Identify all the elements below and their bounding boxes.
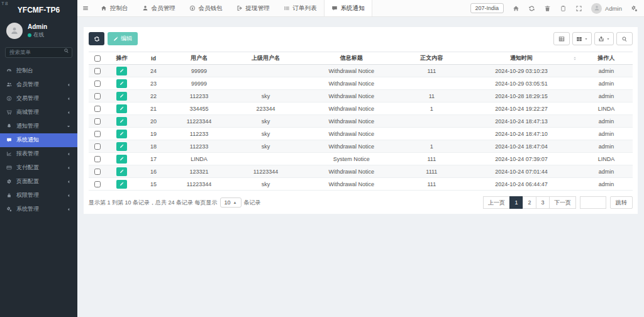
cell-id: 21 (138, 103, 169, 115)
column-header-Id[interactable]: Id (138, 52, 169, 65)
export-button[interactable] (594, 32, 614, 45)
row-checkbox[interactable] (94, 143, 101, 150)
page-size-select[interactable]: 10 ▲ (220, 197, 242, 208)
sort-icon[interactable] (572, 55, 577, 62)
bars-icon (82, 5, 89, 11)
tab-提现管理[interactable]: 提现管理 (230, 0, 277, 16)
row-checkbox[interactable] (94, 181, 101, 187)
refresh-icon[interactable] (528, 5, 535, 12)
column-header-通知时间[interactable]: 通知时间 (463, 52, 580, 65)
row-edit-button[interactable] (116, 79, 127, 88)
user-menu[interactable]: Admin (591, 3, 622, 14)
row-edit-button[interactable] (116, 117, 127, 126)
cell-time: 2024-10-29 03:10:23 (463, 65, 580, 77)
row-checkbox[interactable] (94, 169, 101, 175)
tab-会员钱包[interactable]: 会员钱包 (182, 0, 230, 16)
column-header-正文内容[interactable]: 正文内容 (401, 52, 463, 65)
cell-id: 24 (138, 65, 169, 77)
cell-time: 2024-10-24 18:47:04 (463, 140, 580, 153)
coin-icon (6, 96, 12, 101)
row-edit-button[interactable] (116, 67, 127, 75)
sidebar-item-会员管理[interactable]: 会员管理 (0, 78, 77, 92)
column-header-操作[interactable]: 操作 (106, 52, 138, 65)
caretL-icon (66, 193, 71, 198)
table-row: 17LINDASystem Notice1112024-10-24 07:39:… (89, 153, 633, 165)
column-header-信息标题[interactable]: 信息标题 (303, 52, 401, 65)
menu-search-input[interactable] (5, 47, 72, 58)
sidebar-item-控制台[interactable]: 控制台 (0, 64, 77, 78)
row-edit-button[interactable] (116, 167, 127, 176)
caret-down-icon (584, 37, 588, 41)
page-button-2[interactable]: 2 (523, 196, 536, 209)
sidebar-item-权限管理[interactable]: 权限管理 (0, 189, 77, 203)
tab-控制台[interactable]: 控制台 (94, 0, 135, 16)
cell-parent (229, 65, 303, 77)
cell-time: 2024-10-24 06:44:47 (463, 178, 580, 191)
sidebar-item-系统管理[interactable]: 系统管理 (0, 203, 77, 216)
tab-会员管理[interactable]: 会员管理 (135, 0, 182, 16)
select-all-checkbox[interactable] (94, 55, 101, 62)
cell-username: 11223344 (169, 178, 229, 191)
row-edit-button[interactable] (116, 180, 127, 189)
clear-cache-icon[interactable] (560, 5, 567, 12)
sidebar-item-通知管理[interactable]: 通知管理 (0, 120, 77, 133)
cell-parent (229, 77, 303, 90)
sidebar-item-报表管理[interactable]: 报表管理 (0, 147, 77, 161)
search-button[interactable] (616, 32, 633, 45)
refresh-button[interactable] (89, 32, 104, 45)
cell-id: 17 (138, 153, 169, 165)
gauge-icon (6, 68, 12, 74)
column-header-上级用户名[interactable]: 上级用户名 (229, 52, 303, 65)
cell-title: Withdrawal Notice (303, 65, 401, 77)
cell-operator: admin (580, 165, 633, 178)
tab-label: 会员钱包 (199, 4, 223, 13)
cogs-icon (6, 206, 12, 212)
columns-icon (576, 36, 582, 42)
caretL-icon (66, 152, 71, 157)
table-row: 2499999Withdrawal Notice1112024-10-29 03… (89, 65, 633, 77)
home-icon[interactable] (513, 5, 519, 12)
jump-page-input[interactable] (580, 196, 606, 209)
table-footer: 显示第 1 到第 10 条记录，总共 24 条记录 每页显示 10 ▲ 条记录 … (89, 196, 633, 209)
row-checkbox[interactable] (94, 156, 101, 162)
prev-page-button[interactable]: 上一页 (483, 196, 510, 209)
next-page-button[interactable]: 下一页 (549, 196, 576, 209)
fullscreen-icon[interactable] (575, 5, 582, 12)
settings-cogs-icon[interactable] (631, 5, 638, 12)
row-edit-button[interactable] (116, 142, 127, 151)
page-button-3[interactable]: 3 (536, 196, 550, 209)
tab-订单列表[interactable]: 订单列表 (277, 0, 324, 16)
cell-title: System Notice (303, 153, 401, 165)
tab-系统通知[interactable]: 系统通知 (324, 0, 372, 16)
sidebar-toggle-button[interactable] (77, 0, 94, 16)
page-button-1[interactable]: 1 (509, 196, 523, 209)
sidebar-item-支付配置[interactable]: 支付配置 (0, 161, 77, 175)
edit-button[interactable]: 编辑 (108, 32, 138, 45)
region-badge[interactable]: 207-India (470, 3, 504, 13)
row-checkbox[interactable] (94, 106, 101, 112)
column-header-用户名[interactable]: 用户名 (169, 52, 229, 65)
sidebar-item-交易管理[interactable]: 交易管理 (0, 92, 77, 106)
cell-title: Withdrawal Notice (303, 115, 401, 128)
row-edit-button[interactable] (116, 104, 127, 113)
row-checkbox[interactable] (94, 93, 101, 99)
toggle-view-button[interactable] (553, 32, 570, 45)
chevron-left-icon (66, 207, 71, 212)
sidebar-item-页面配置[interactable]: 页面配置 (0, 175, 77, 189)
row-checkbox[interactable] (94, 118, 101, 125)
sidebar-item-系统通知[interactable]: 系统通知 (0, 133, 77, 147)
row-edit-button[interactable] (116, 130, 127, 138)
cell-time: 2024-10-24 18:47:10 (463, 128, 580, 140)
column-header-操作人[interactable]: 操作人 (580, 52, 633, 65)
row-checkbox[interactable] (94, 81, 101, 87)
row-edit-button[interactable] (116, 92, 127, 101)
sidebar-item-商城管理[interactable]: 商城管理 (0, 106, 77, 120)
row-edit-button[interactable] (116, 155, 127, 164)
jump-button[interactable]: 跳转 (610, 196, 633, 209)
trash-icon[interactable] (544, 5, 551, 12)
cell-operator: LINDA (580, 103, 633, 115)
row-checkbox[interactable] (94, 68, 101, 74)
row-checkbox[interactable] (94, 131, 101, 137)
chevron-left-icon (66, 193, 71, 198)
columns-button[interactable] (572, 32, 592, 45)
